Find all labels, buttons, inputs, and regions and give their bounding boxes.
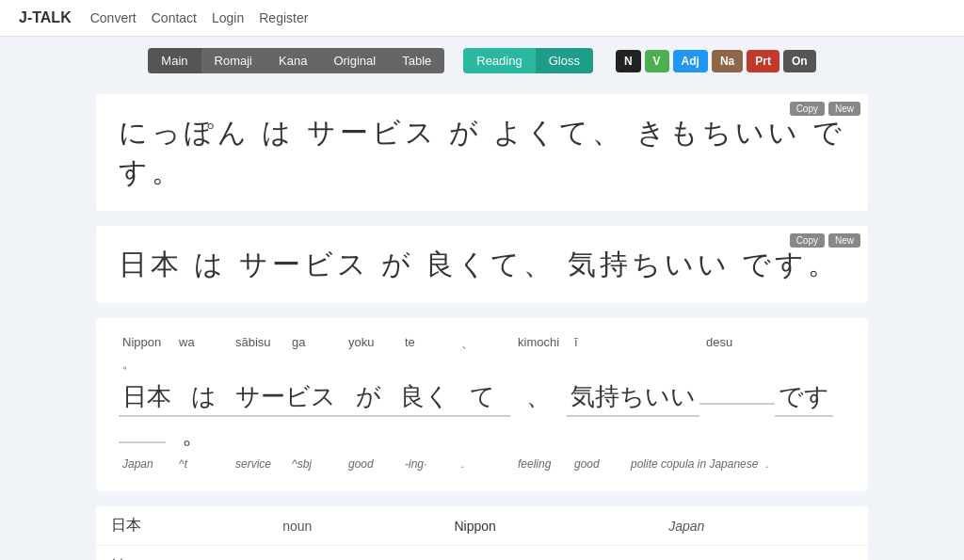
gloss-row: Japan ^t service ^sbj good -ing· . feeli… — [119, 456, 845, 472]
gloss-cell: Japan — [653, 506, 868, 546]
romaji-nippon: Nippon — [119, 333, 175, 354]
romaji-sabisu: sābisu — [232, 333, 288, 354]
kanji-desu: です — [775, 378, 833, 417]
new-btn-1[interactable]: New — [828, 102, 860, 116]
new-btn-2[interactable]: New — [828, 233, 860, 248]
badge-v[interactable]: V — [645, 50, 669, 72]
type-cell: noun — [267, 506, 439, 546]
tab-table[interactable]: Table — [389, 48, 444, 73]
gloss-cell: ^t — [653, 546, 868, 561]
tab-reading[interactable]: Reading — [463, 48, 535, 73]
kanji-ga: が — [340, 378, 396, 417]
gloss-good2: good — [570, 456, 627, 472]
romaji-cell: wa — [439, 546, 653, 561]
type-cell: particle — [267, 546, 439, 561]
navbar: J-TALK Convert Contact Login Register — [0, 0, 964, 37]
kanji-sabisu: サービス — [232, 378, 340, 417]
kanji-blank — [699, 399, 775, 405]
romaji-row: Nippon wa sābisu ga yoku te 、 kimochi ī … — [119, 333, 845, 375]
nav-links: Convert Contact Login Register — [90, 10, 309, 25]
toolbar: Main Romaji Kana Original Table Reading … — [0, 37, 964, 85]
badge-adj[interactable]: Adj — [673, 50, 708, 72]
gloss-service: service — [232, 456, 288, 472]
copy-row-1: Copy New — [790, 102, 860, 116]
tab-main[interactable]: Main — [148, 48, 201, 73]
word-table-container: 日本 noun Nippon Japan は particle wa ^t サー… — [96, 506, 868, 560]
gloss-good: good — [345, 456, 401, 472]
kanji-nihon: 日本 — [119, 378, 175, 417]
kanji-te: て — [454, 378, 510, 417]
gloss-ing: -ing· — [401, 456, 458, 472]
gloss-t: ^t — [175, 456, 232, 472]
kanji-kimochi: 気持ちいい — [567, 378, 699, 417]
romaji-cell: Nippon — [439, 506, 653, 546]
tab-gloss[interactable]: Gloss — [536, 48, 593, 73]
gloss-copula: polite copula in Japanese — [627, 456, 762, 472]
romaji-ii: ī — [570, 333, 627, 354]
hiragana-text: にっぽん は サービス が よくて、 きもちいい です。 — [119, 113, 845, 192]
reading-tabs: Reading Gloss — [463, 48, 593, 73]
kanji-yoku: 良く — [396, 378, 454, 417]
badge-prt[interactable]: Prt — [747, 50, 779, 72]
gloss-feeling: feeling — [514, 456, 570, 472]
badge-na[interactable]: Na — [712, 50, 743, 72]
tab-romaji[interactable]: Romaji — [201, 48, 265, 73]
kanji-row: 日本 は サービス が 良く て 、 気持ちいい です 。 — [119, 378, 845, 454]
romaji-comma: 、 — [458, 333, 514, 354]
romaji-period: 。 — [119, 354, 175, 375]
table-row: 日本 noun Nippon Japan — [96, 506, 868, 546]
romaji-ga: ga — [288, 333, 345, 354]
kanji-comma: 、 — [510, 378, 567, 415]
view-tabs: Main Romaji Kana Original Table — [148, 48, 444, 73]
badge-group: N V Adj Na Prt On — [616, 50, 816, 72]
gloss-sbj: ^sbj — [288, 456, 345, 472]
romaji-blank2 — [759, 333, 815, 354]
analysis-section: Nippon wa sābisu ga yoku te 、 kimochi ī … — [96, 318, 868, 491]
word-cell: は — [96, 546, 267, 561]
romaji-desu: desu — [702, 333, 759, 354]
brand-logo: J-TALK — [19, 9, 72, 26]
kanji-period: 。 — [166, 417, 222, 454]
romaji-blank — [627, 333, 702, 354]
nav-contact[interactable]: Contact — [152, 10, 197, 25]
tab-kana[interactable]: Kana — [265, 48, 320, 73]
copy-btn-1[interactable]: Copy — [790, 102, 825, 116]
kanji-text: 日本 は サービス が 良くて、 気持ちいい です。 — [119, 245, 845, 284]
copy-btn-2[interactable]: Copy — [790, 233, 825, 248]
word-table: 日本 noun Nippon Japan は particle wa ^t サー… — [96, 506, 868, 560]
gloss-dot: . — [458, 456, 514, 472]
gloss-dot2: . — [762, 456, 818, 472]
tab-original[interactable]: Original — [320, 48, 389, 73]
romaji-te: te — [401, 333, 458, 354]
kanji-section: Copy New 日本 は サービス が 良くて、 気持ちいい です。 — [96, 226, 868, 303]
badge-n[interactable]: N — [616, 50, 641, 72]
copy-row-2: Copy New — [790, 233, 860, 248]
nav-login[interactable]: Login — [212, 10, 244, 25]
badge-on[interactable]: On — [783, 50, 816, 72]
kanji-wa: は — [175, 378, 232, 417]
romaji-wa: wa — [175, 333, 232, 354]
hiragana-section: Copy New にっぽん は サービス が よくて、 きもちいい です。 — [96, 94, 868, 211]
kanji-blank2 — [119, 438, 166, 443]
nav-register[interactable]: Register — [259, 10, 308, 25]
romaji-yoku: yoku — [345, 333, 401, 354]
main-content: Copy New にっぽん は サービス が よくて、 きもちいい です。 Co… — [58, 85, 906, 560]
romaji-kimochi: kimochi — [514, 333, 570, 354]
table-row: は particle wa ^t — [96, 546, 868, 561]
nav-convert[interactable]: Convert — [90, 10, 137, 25]
word-cell: 日本 — [96, 506, 267, 546]
gloss-japan: Japan — [119, 456, 175, 472]
